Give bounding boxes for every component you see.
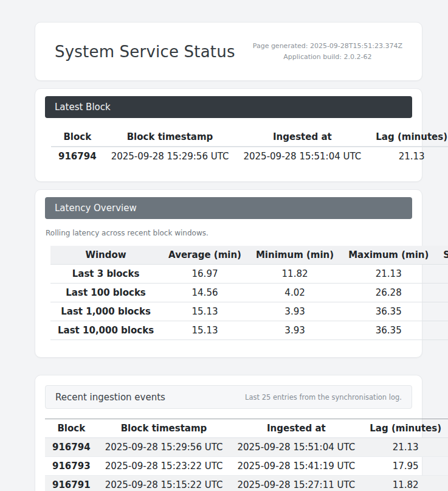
window-label: Last 10,000 blocks — [50, 321, 161, 340]
block-number: 916791 — [45, 476, 98, 491]
table-header-row: Window Average (min) Minimum (min) Maxim… — [50, 246, 448, 265]
lag-minutes: 11.82 — [362, 476, 448, 491]
latest-block-header: Latest Block — [45, 96, 412, 118]
lag-minutes: 17.95 — [362, 457, 448, 476]
column-header: Lag (minutes) — [368, 128, 448, 147]
average-min: 15.13 — [161, 302, 249, 321]
latency-subtitle: Rolling latency across recent block wind… — [46, 229, 412, 237]
application-build: Application build: 2.0.2-62 — [253, 52, 402, 63]
table-row: Last 100 blocks 14.56 4.02 26.28 100 — [50, 284, 448, 302]
table-header-row: Block Block timestamp Ingested at Lag (m… — [45, 419, 448, 438]
minimum-min: 3.93 — [249, 302, 341, 321]
column-header: Maximum (min) — [341, 246, 436, 265]
column-header: Ingested at — [230, 419, 362, 438]
samples: 100 — [436, 284, 448, 302]
maximum-min: 26.28 — [341, 284, 436, 302]
ingested-at: 2025-09-28 15:51:04 UTC — [230, 438, 362, 457]
page-title: System Service Status — [55, 43, 235, 61]
recent-events-table: Block Block timestamp Ingested at Lag (m… — [45, 419, 448, 491]
minimum-min: 4.02 — [249, 284, 341, 302]
table-row: 916794 2025-09-28 15:29:56 UTC 2025-09-2… — [51, 147, 448, 165]
average-min: 15.13 — [161, 321, 249, 340]
column-header: Block — [45, 419, 98, 438]
maximum-min: 36.35 — [341, 321, 436, 340]
table-row: Last 10,000 blocks 15.13 3.93 36.35 117 — [50, 321, 448, 340]
column-header: Block timestamp — [98, 419, 230, 438]
minimum-min: 3.93 — [249, 321, 341, 340]
samples: 117 — [436, 321, 448, 340]
maximum-min: 21.13 — [341, 265, 436, 284]
maximum-min: 36.35 — [341, 302, 436, 321]
page-header-card: System Service Status Page generated: 20… — [35, 22, 422, 81]
table-header-row: Block Block timestamp Ingested at Lag (m… — [51, 128, 448, 147]
table-row: 916793 2025-09-28 15:23:22 UTC 2025-09-2… — [45, 457, 448, 476]
block-number: 916793 — [45, 457, 98, 476]
lag-minutes: 21.13 — [362, 438, 448, 457]
column-header: Average (min) — [161, 246, 249, 265]
column-header: Ingested at — [236, 128, 368, 147]
samples: 3 — [436, 265, 448, 284]
latency-overview-header: Latency Overview — [45, 197, 412, 219]
column-header: Samples — [436, 246, 448, 265]
block-number: 916794 — [51, 147, 104, 165]
column-header: Block timestamp — [104, 128, 236, 147]
latency-overview-card: Latency Overview Rolling latency across … — [35, 189, 422, 358]
recent-events-note: Last 25 entries from the synchronisation… — [245, 393, 402, 402]
column-header: Minimum (min) — [249, 246, 341, 265]
window-label: Last 100 blocks — [50, 284, 161, 302]
generated-timestamp: Page generated: 2025-09-28T15:51:23.374Z — [253, 41, 402, 52]
recent-events-header: Recent ingestion events Last 25 entries … — [45, 385, 412, 409]
window-label: Last 1,000 blocks — [50, 302, 161, 321]
ingested-at: 2025-09-28 15:51:04 UTC — [236, 147, 368, 165]
minimum-min: 11.82 — [249, 265, 341, 284]
column-header: Block — [51, 128, 104, 147]
block-number: 916794 — [45, 438, 98, 457]
block-timestamp: 2025-09-28 15:29:56 UTC — [104, 147, 236, 165]
latest-block-table: Block Block timestamp Ingested at Lag (m… — [51, 128, 448, 165]
column-header: Lag (minutes) — [362, 419, 448, 438]
average-min: 16.97 — [161, 265, 249, 284]
samples: 117 — [436, 302, 448, 321]
table-row: Last 3 blocks 16.97 11.82 21.13 3 — [50, 265, 448, 284]
latency-table: Window Average (min) Minimum (min) Maxim… — [50, 246, 448, 340]
latest-block-card: Latest Block Block Block timestamp Inges… — [35, 88, 422, 182]
table-row: Last 1,000 blocks 15.13 3.93 36.35 117 — [50, 302, 448, 321]
block-timestamp: 2025-09-28 15:29:56 UTC — [98, 438, 230, 457]
average-min: 14.56 — [161, 284, 249, 302]
block-timestamp: 2025-09-28 15:15:22 UTC — [98, 476, 230, 491]
window-label: Last 3 blocks — [50, 265, 161, 284]
page-container: System Service Status Page generated: 20… — [35, 0, 422, 491]
block-timestamp: 2025-09-28 15:23:22 UTC — [98, 457, 230, 476]
lag-minutes: 21.13 — [368, 147, 448, 165]
page-meta: Page generated: 2025-09-28T15:51:23.374Z… — [253, 41, 402, 62]
recent-events-title: Recent ingestion events — [55, 392, 165, 403]
ingested-at: 2025-09-28 15:41:19 UTC — [230, 457, 362, 476]
ingested-at: 2025-09-28 15:27:11 UTC — [230, 476, 362, 491]
table-row: 916791 2025-09-28 15:15:22 UTC 2025-09-2… — [45, 476, 448, 491]
column-header: Window — [50, 246, 161, 265]
recent-events-card: Recent ingestion events Last 25 entries … — [35, 375, 422, 491]
table-row: 916794 2025-09-28 15:29:56 UTC 2025-09-2… — [45, 438, 448, 457]
